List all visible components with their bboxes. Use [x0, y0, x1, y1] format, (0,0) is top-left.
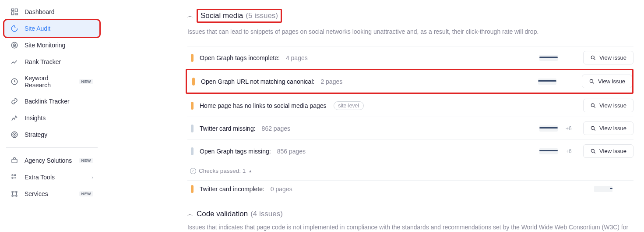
- checks-passed-label: Checks passed: 1: [199, 168, 246, 174]
- view-issue-button[interactable]: View issue: [583, 51, 633, 64]
- svg-point-12: [12, 175, 13, 176]
- issue-pages-count: 862 pages: [262, 125, 290, 132]
- svg-rect-0: [11, 9, 14, 11]
- services-icon: [11, 190, 18, 198]
- issue-row: Open Graph tags missing:856 pages+6View …: [187, 139, 633, 162]
- issue-name[interactable]: Open Graph tags incomplete:: [200, 54, 280, 61]
- sidebar-item-label: Rank Tracker: [25, 58, 93, 65]
- severity-indicator: [191, 147, 194, 155]
- issue-name[interactable]: Open Graph tags missing:: [200, 148, 271, 155]
- more-count: +6: [566, 125, 574, 132]
- svg-point-10: [14, 134, 15, 135]
- sidebar-item-site-monitoring[interactable]: Site Monitoring: [4, 37, 99, 54]
- issue-pages-count: 2 pages: [320, 78, 342, 85]
- svg-rect-11: [12, 159, 17, 163]
- view-issue-label: View issue: [599, 125, 626, 132]
- view-issue-button[interactable]: View issue: [583, 144, 633, 158]
- nav-separator: [6, 147, 98, 148]
- main-content: ︿Social media(5 issues)Issues that can l…: [104, 0, 644, 232]
- issue-pages-count: 0 pages: [271, 186, 292, 193]
- sidebar-item-label: Insights: [25, 114, 93, 121]
- chevron-right-icon: ›: [91, 175, 93, 180]
- checks-passed-toggle[interactable]: ✓Checks passed: 1▲: [187, 162, 255, 180]
- sidebar-item-label: Strategy: [25, 131, 93, 138]
- sidebar: DashboardSite AuditSite MonitoringRank T…: [0, 0, 104, 232]
- trend-sparkline: [539, 125, 558, 132]
- severity-indicator: [191, 54, 194, 62]
- section-header-social-media[interactable]: ︿Social media(5 issues): [187, 9, 633, 23]
- sidebar-item-insights[interactable]: Insights: [4, 110, 99, 126]
- link-icon: [11, 97, 18, 105]
- view-issue-button[interactable]: View issue: [583, 121, 633, 135]
- svg-point-22: [591, 126, 594, 129]
- chevron-up-icon: ︿: [187, 12, 193, 20]
- sidebar-item-label: Agency Solutions: [25, 157, 73, 164]
- view-issue-label: View issue: [599, 54, 626, 61]
- trend-sparkline: [538, 79, 556, 85]
- section-description: Issues that indicates that page code is …: [187, 223, 633, 232]
- svg-point-19: [591, 56, 594, 59]
- insights-icon: [11, 114, 18, 122]
- trend-sparkline: [594, 186, 612, 192]
- issue-row: Twitter card incomplete:0 pages: [187, 180, 633, 197]
- sidebar-item-label: Backlink Tracker: [25, 98, 93, 105]
- svg-point-14: [12, 177, 13, 178]
- issue-pages-count: 856 pages: [277, 148, 306, 155]
- site-level-badge: site-level: [334, 101, 364, 110]
- view-issue-button[interactable]: View issue: [583, 99, 633, 112]
- svg-rect-1: [15, 9, 18, 12]
- svg-point-13: [14, 175, 16, 176]
- sidebar-item-agency-solutions[interactable]: Agency SolutionsNEW: [4, 152, 99, 169]
- new-badge: NEW: [79, 158, 94, 163]
- issue-pages-count: 4 pages: [286, 54, 308, 61]
- svg-point-16: [16, 191, 17, 193]
- svg-point-17: [12, 195, 13, 196]
- sidebar-item-site-audit[interactable]: Site Audit: [4, 20, 99, 37]
- new-badge: NEW: [79, 79, 94, 84]
- sidebar-item-services[interactable]: ServicesNEW: [4, 186, 99, 202]
- sidebar-item-label: Services: [25, 190, 73, 197]
- section-description: Issues that can lead to snippets of page…: [187, 27, 633, 36]
- agency-icon: [11, 157, 18, 164]
- sidebar-item-label: Extra Tools: [25, 174, 85, 181]
- chevron-up-icon: ︿: [187, 210, 193, 218]
- check-circle-icon: ✓: [190, 168, 196, 174]
- rank-icon: [11, 58, 18, 66]
- svg-rect-3: [15, 13, 18, 15]
- new-badge: NEW: [79, 191, 94, 196]
- severity-indicator: [191, 102, 194, 110]
- issue-name[interactable]: Open Graph URL not matching canonical:: [201, 78, 314, 85]
- sidebar-item-keyword-research[interactable]: Keyword ResearchNEW: [4, 70, 99, 93]
- issue-name[interactable]: Twitter card missing:: [200, 125, 256, 132]
- svg-point-18: [16, 195, 17, 196]
- sidebar-item-rank-tracker[interactable]: Rank Tracker: [4, 54, 99, 70]
- severity-indicator: [191, 125, 194, 132]
- tools-icon: [11, 173, 18, 181]
- dashboard-icon: [11, 8, 18, 16]
- issue-name[interactable]: Twitter card incomplete:: [200, 186, 264, 193]
- view-issue-label: View issue: [599, 102, 626, 109]
- svg-point-21: [591, 104, 594, 107]
- section-issue-count: (4 issues): [250, 210, 283, 218]
- issue-row: Open Graph URL not matching canonical:2 …: [186, 69, 633, 94]
- sidebar-item-strategy[interactable]: Strategy: [4, 126, 99, 143]
- issue-row: Twitter card missing:862 pages+6View iss…: [187, 117, 633, 139]
- audit-icon: [11, 25, 18, 32]
- issue-name[interactable]: Home page has no links to social media p…: [200, 102, 327, 109]
- svg-rect-2: [11, 12, 14, 15]
- view-issue-label: View issue: [599, 148, 626, 154]
- sidebar-item-extra-tools[interactable]: Extra Tools›: [4, 169, 99, 186]
- sidebar-item-label: Site Audit: [25, 25, 93, 32]
- svg-point-15: [12, 191, 13, 193]
- section-title: Code validation: [197, 210, 248, 218]
- view-issue-button[interactable]: View issue: [582, 75, 632, 88]
- sidebar-item-backlink-tracker[interactable]: Backlink Tracker: [4, 93, 99, 110]
- strategy-icon: [11, 131, 18, 139]
- issue-row: Home page has no links to social media p…: [187, 94, 633, 117]
- section-title: Social media: [201, 11, 243, 20]
- view-issue-label: View issue: [598, 78, 625, 85]
- more-count: +6: [566, 148, 574, 154]
- section-header-code-validation[interactable]: ︿Code validation(4 issues): [187, 210, 633, 218]
- sidebar-item-dashboard[interactable]: Dashboard: [4, 4, 99, 20]
- monitoring-icon: [11, 41, 18, 49]
